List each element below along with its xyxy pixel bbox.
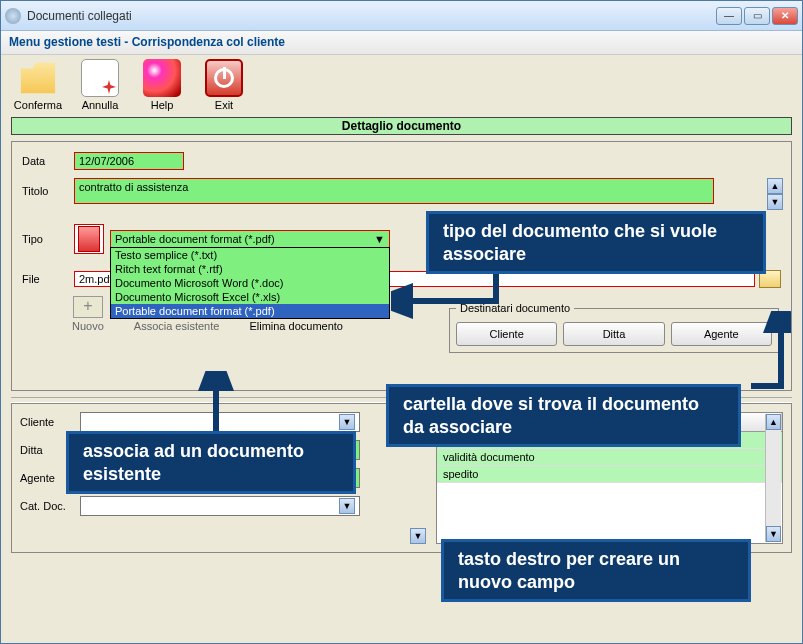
elimina-label: Elimina documento <box>249 320 343 332</box>
app-window: Documenti collegati — ▭ ✕ Menu gestione … <box>0 0 803 644</box>
table-scrollbar[interactable]: ▲ ▼ <box>765 414 781 542</box>
annotation-tasto: tasto destro per creare un nuovo campo <box>441 539 751 602</box>
maximize-button[interactable]: ▭ <box>744 7 770 25</box>
folder-open-icon <box>19 59 57 97</box>
cell-value <box>587 466 782 482</box>
close-button[interactable]: ✕ <box>772 7 798 25</box>
filetype-icon <box>74 224 104 254</box>
power-icon <box>205 59 243 97</box>
cell-param: spedito <box>437 466 587 482</box>
cancel-label: Annulla <box>82 99 119 111</box>
nuovo-button[interactable]: Nuovo <box>72 296 104 332</box>
associa-label: Associa esistente <box>134 320 220 332</box>
chevron-down-icon: ▼ <box>339 498 355 514</box>
catdoc-combo[interactable]: ▼ <box>80 496 360 516</box>
exit-button[interactable]: Exit <box>197 59 251 111</box>
lifebuoy-icon <box>143 59 181 97</box>
cancel-button[interactable]: Annulla <box>73 59 127 111</box>
titolo-input[interactable]: contratto di assistenza <box>74 178 714 204</box>
new-icon <box>73 296 103 318</box>
scroll-down-button[interactable]: ▼ <box>767 194 783 210</box>
cliente-filter-label: Cliente <box>20 416 80 428</box>
document-cancel-icon <box>81 59 119 97</box>
tipo-value: Portable document format (*.pdf) <box>115 233 275 245</box>
confirm-label: Conferma <box>14 99 62 111</box>
scroll-down-button[interactable]: ▼ <box>410 528 426 544</box>
tipo-dropdown: Testo semplice (*.txt) Ritch text format… <box>110 247 390 319</box>
dropdown-option[interactable]: Documento Microsoft Excel (*.xls) <box>111 290 389 304</box>
exit-label: Exit <box>215 99 233 111</box>
data-label: Data <box>22 155 74 167</box>
annotation-cartella: cartella dove si trova il documento da a… <box>386 384 741 447</box>
section-title: Dettaglio documento <box>11 117 792 135</box>
tipo-select[interactable]: Portable document format (*.pdf) ▼ <box>110 230 390 248</box>
dest-cliente-button[interactable]: Cliente <box>456 322 557 346</box>
file-label: File <box>22 273 74 285</box>
arrow-icon <box>741 311 791 391</box>
chevron-down-icon: ▼ <box>374 233 385 245</box>
chevron-down-icon: ▼ <box>339 414 355 430</box>
nuovo-label: Nuovo <box>72 320 104 332</box>
scroll-down-button[interactable]: ▼ <box>766 526 781 542</box>
dropdown-option-selected[interactable]: Portable document format (*.pdf) <box>111 304 389 318</box>
window-title: Documenti collegati <box>27 9 714 23</box>
dest-ditta-button[interactable]: Ditta <box>563 322 664 346</box>
dropdown-option[interactable]: Ritch text format (*.rtf) <box>111 262 389 276</box>
cell-param: validità documento <box>437 449 587 465</box>
titolo-label: Titolo <box>22 185 74 197</box>
titlebar: Documenti collegati — ▭ ✕ <box>1 1 802 31</box>
dropdown-option[interactable]: Testo semplice (*.txt) <box>111 248 389 262</box>
table-row[interactable]: validità documento <box>437 449 782 466</box>
table-row[interactable]: spedito <box>437 466 782 483</box>
help-label: Help <box>151 99 174 111</box>
catdoc-filter-label: Cat. Doc. <box>20 500 80 512</box>
app-icon <box>5 8 21 24</box>
menubar: Menu gestione testi - Corrispondenza col… <box>1 31 802 55</box>
confirm-button[interactable]: Conferma <box>11 59 65 111</box>
help-button[interactable]: Help <box>135 59 189 111</box>
dropdown-option[interactable]: Documento Microsoft Word (*.doc) <box>111 276 389 290</box>
arrow-icon <box>196 371 236 436</box>
data-input[interactable] <box>74 152 184 170</box>
main-toolbar: Conferma Annulla Help Exit <box>1 55 802 115</box>
cell-value <box>587 449 782 465</box>
tipo-label: Tipo <box>22 233 74 245</box>
annotation-tipo: tipo del documento che si vuole associar… <box>426 211 766 274</box>
scroll-up-button[interactable]: ▲ <box>766 414 781 430</box>
minimize-button[interactable]: — <box>716 7 742 25</box>
scroll-up-button[interactable]: ▲ <box>767 178 783 194</box>
annotation-associa: associa ad un documento esistente <box>66 431 356 494</box>
pdf-icon <box>78 226 100 252</box>
